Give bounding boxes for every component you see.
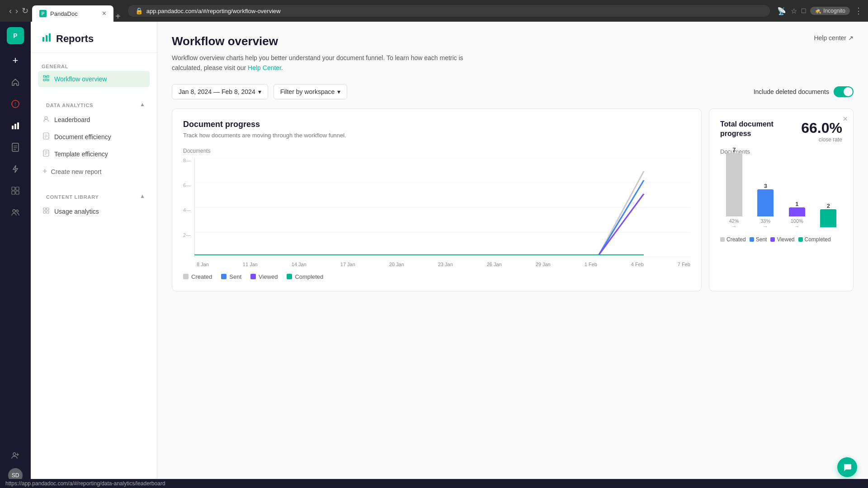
sidebar-item-usage-analytics[interactable]: Usage analytics <box>38 203 150 220</box>
svg-rect-13 <box>12 191 15 194</box>
y-tick-4: 4— <box>183 207 191 213</box>
total-progress-title: Total document progress <box>720 120 801 139</box>
workflow-overview-label: Workflow overview <box>54 75 107 83</box>
bookmark-icon[interactable]: ☆ <box>791 7 797 15</box>
forward-button[interactable]: › <box>15 6 18 16</box>
bar-arrow-viewed: → <box>794 224 799 229</box>
toggle-switch[interactable] <box>834 86 854 97</box>
bar-arrow-sent: → <box>763 224 768 229</box>
legend-label-created: Created <box>191 273 212 280</box>
svg-rect-35 <box>43 208 46 210</box>
status-bar: https://app.pandadoc.com/a/#/reporting/d… <box>0 479 868 488</box>
x-tick-20jan: 20 Jan <box>389 262 404 267</box>
x-tick-14jan: 14 Jan <box>292 262 307 267</box>
x-axis: 8 Jan 11 Jan 14 Jan 17 Jan 20 Jan 23 Jan… <box>183 262 690 267</box>
legend-completed: Completed <box>287 273 323 280</box>
chat-bubble[interactable] <box>837 457 857 477</box>
workspace-filter[interactable]: Filter by workspace ▾ <box>274 84 348 99</box>
sidebar-item-document-efficiency[interactable]: Document efficiency <box>38 129 150 145</box>
panda-logo[interactable]: P <box>7 27 24 44</box>
include-deleted-label: Include deleted documents <box>754 88 829 95</box>
close-rate-label: close rate <box>801 136 842 143</box>
create-new-report-label: Create new report <box>51 168 102 175</box>
grid-icon[interactable] <box>6 182 24 200</box>
page-description: Workflow overview charts help you better… <box>172 53 488 73</box>
tab-close-button[interactable]: × <box>102 9 106 18</box>
bar-pct-sent: 33% <box>760 218 770 224</box>
doc-progress-subtitle: Track how documents are moving through t… <box>183 132 690 139</box>
close-rate-percentage: 66.0% <box>801 120 842 136</box>
data-analytics-section: DATA ANALYTICS ▲ Leaderboard Document ef… <box>31 88 157 180</box>
page-header: Workflow overview Workflow overview char… <box>172 34 854 73</box>
svg-rect-12 <box>16 187 19 190</box>
bar-arrow-created: → <box>731 224 736 229</box>
reports-header-icon <box>42 33 52 45</box>
bar-viewed <box>789 207 805 216</box>
total-legend-label-created: Created <box>726 236 746 243</box>
x-tick-29jan: 29 Jan <box>536 262 551 267</box>
help-center-inline-link[interactable]: Help Center <box>248 64 281 71</box>
back-button[interactable]: ‹ <box>9 6 12 16</box>
doc-icon[interactable] <box>6 138 24 156</box>
sidebar-item-workflow-overview[interactable]: Workflow overview <box>38 71 150 87</box>
bar-group-sent: 3 33% → <box>752 183 780 229</box>
cast-icon[interactable]: 📡 <box>777 7 786 15</box>
svg-point-16 <box>16 210 19 212</box>
add-person-icon[interactable] <box>6 446 24 465</box>
bar-group-created: 7 42% → <box>720 146 748 229</box>
status-url: https://app.pandadoc.com/a/#/reporting/d… <box>5 480 165 487</box>
document-efficiency-label: Document efficiency <box>54 133 111 141</box>
document-efficiency-icon <box>42 132 50 141</box>
bar-chart-icon[interactable] <box>6 117 24 135</box>
chart-legend: Created Sent Viewed <box>183 273 690 280</box>
y-tick-6: 6— <box>183 183 191 188</box>
svg-text:P: P <box>13 32 17 39</box>
create-new-report-item[interactable]: + Create new report <box>38 163 150 180</box>
add-icon[interactable]: + <box>6 52 24 70</box>
sidebar-item-leaderboard[interactable]: Leaderboard <box>38 112 150 128</box>
reports-sidebar-title: Reports <box>56 33 94 45</box>
total-legend-sq-viewed <box>770 237 775 242</box>
svg-text:!: ! <box>15 102 16 107</box>
template-efficiency-icon <box>42 150 50 159</box>
browser-tab[interactable]: P PandaDoc × <box>32 5 113 22</box>
bar-value-created: 7 <box>732 146 736 153</box>
help-center-link[interactable]: Help center ↗ <box>814 34 854 42</box>
left-nav: P + ! SD <box>0 22 31 488</box>
workflow-icon <box>42 75 50 84</box>
total-legend-sq-completed <box>798 237 803 242</box>
usage-analytics-label: Usage analytics <box>54 208 99 215</box>
alert-icon[interactable]: ! <box>6 95 24 113</box>
home-icon[interactable] <box>6 73 24 91</box>
new-tab-button[interactable]: + <box>115 11 121 22</box>
legend-dot-created <box>183 274 189 279</box>
menu-icon[interactable]: ⋮ <box>854 6 863 16</box>
workspace-filter-text: Filter by workspace <box>280 88 335 95</box>
people-icon[interactable] <box>6 203 24 221</box>
svg-rect-27 <box>43 133 49 139</box>
data-analytics-chevron[interactable]: ▲ <box>140 101 145 108</box>
filters-row: Jan 8, 2024 — Feb 8, 2024 ▾ Filter by wo… <box>172 84 854 99</box>
date-range-filter[interactable]: Jan 8, 2024 — Feb 8, 2024 ▾ <box>172 84 268 99</box>
sidebar-item-template-efficiency[interactable]: Template efficiency <box>38 146 150 162</box>
content-library-chevron[interactable]: ▲ <box>140 193 145 199</box>
plus-icon: + <box>42 167 47 176</box>
external-link-icon: ↗ <box>848 34 854 42</box>
legend-created: Created <box>183 273 212 280</box>
date-range-text: Jan 8, 2024 — Feb 8, 2024 <box>179 88 255 95</box>
extensions-icon[interactable]: □ <box>802 7 806 15</box>
lightning-icon[interactable] <box>6 160 24 178</box>
general-section-label: GENERAL <box>38 60 150 71</box>
bar-pct-viewed: 100% <box>791 218 803 224</box>
bar-value-sent: 3 <box>764 183 767 189</box>
address-bar[interactable] <box>146 8 763 14</box>
svg-point-17 <box>13 453 16 455</box>
close-button[interactable]: × <box>843 114 848 124</box>
usage-analytics-icon <box>42 207 50 216</box>
line-chart-container: Documents 8— 6— 4— 2— <box>183 148 690 280</box>
data-analytics-header: DATA ANALYTICS ▲ <box>38 95 150 112</box>
total-legend-label-completed: Completed <box>805 236 831 243</box>
svg-rect-38 <box>47 211 49 213</box>
reload-button[interactable]: ↻ <box>22 6 28 16</box>
reports-sidebar-header: Reports <box>31 22 157 53</box>
